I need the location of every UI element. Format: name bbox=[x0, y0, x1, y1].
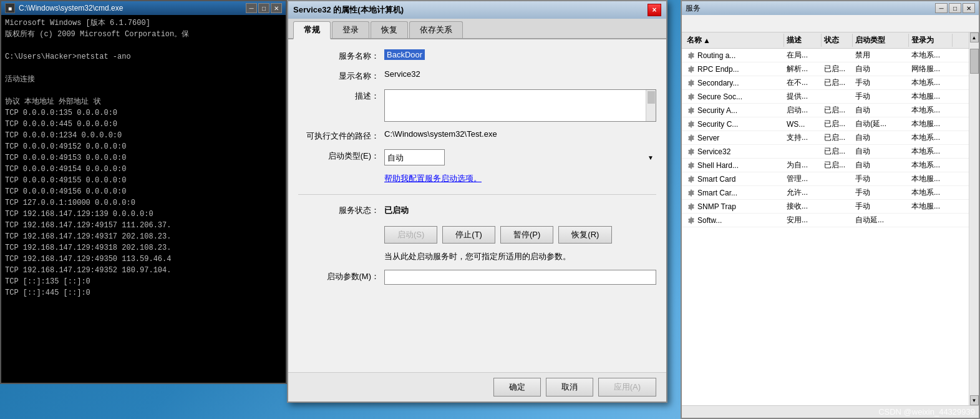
cmd-line-blank1 bbox=[5, 40, 282, 51]
col-startup[interactable]: 启动类型 bbox=[853, 34, 909, 47]
service-row[interactable]: Shell Hard... 为自... 已启... 自动 本地系... bbox=[682, 159, 969, 172]
service-name-row: 服务名称： BackDoor bbox=[298, 49, 656, 62]
service-cell-desc: WS... bbox=[784, 119, 822, 129]
service-status-label: 服务状态： bbox=[298, 205, 379, 216]
service-cell-desc: 安用... bbox=[784, 214, 822, 226]
dialog-close-btn[interactable]: × bbox=[648, 4, 661, 16]
tab-recovery[interactable]: 恢复 bbox=[371, 21, 408, 38]
service-row[interactable]: RPC Endp... 解析... 已启... 自动 网络服... bbox=[682, 62, 969, 76]
services-main: 名称 ▲ 描述 状态 启动类型 登录为 bbox=[682, 32, 969, 405]
service-row[interactable]: Secure Soc... 提供... 手动 本地服... bbox=[682, 90, 969, 104]
dialog-body: 服务名称： BackDoor 显示名称： Service32 描述： bbox=[288, 39, 666, 372]
dialog-tabs: 常规 登录 恢复 依存关系 bbox=[288, 19, 666, 39]
service-cell-name: Security C... bbox=[684, 119, 784, 129]
scroll-down-btn[interactable]: ▼ bbox=[970, 395, 979, 405]
service-cell-logon: 本地系... bbox=[909, 77, 953, 89]
service-cell-name: Secondary... bbox=[684, 78, 784, 88]
service-cell-logon: 本地服... bbox=[909, 118, 953, 130]
service-cell-logon: 本地系... bbox=[909, 159, 953, 171]
cmd-line-blank3 bbox=[5, 85, 282, 96]
select-arrow-icon: ▼ bbox=[648, 154, 654, 161]
service-cell-desc: 支持... bbox=[784, 132, 822, 144]
cmd-minimize-btn[interactable]: ─ bbox=[246, 3, 257, 13]
scroll-up-btn[interactable]: ▲ bbox=[970, 32, 979, 42]
description-scrollbar[interactable] bbox=[646, 90, 656, 121]
service-row[interactable]: Smart Car... 允许... 手动 本地系... bbox=[682, 186, 969, 200]
cmd-row-4: TCP 0.0.0.0:49152 0.0.0.0:0 bbox=[5, 141, 282, 152]
services-close-btn[interactable]: ✕ bbox=[963, 3, 975, 13]
description-scrollbar-thumb bbox=[648, 91, 655, 104]
services-window: 服务 ─ □ ✕ 名称 ▲ 描述 bbox=[681, 0, 980, 419]
service-row[interactable]: SNMP Trap 接收... 手动 本地服... bbox=[682, 200, 969, 214]
ok-button[interactable]: 确定 bbox=[493, 378, 541, 397]
stop-button[interactable]: 停止(T) bbox=[442, 226, 495, 244]
service-cell-startup: 自动延... bbox=[853, 214, 909, 226]
service-cell-status bbox=[822, 220, 853, 221]
description-input[interactable] bbox=[385, 90, 646, 121]
action-buttons-spacer bbox=[298, 224, 379, 225]
service-cell-startup: 手动 bbox=[853, 200, 909, 212]
col-name-label: 名称 bbox=[687, 35, 702, 46]
service-cell-startup: 手动 bbox=[853, 173, 909, 185]
startup-type-select[interactable]: 自动 手动 禁用 自动(延迟启动) bbox=[384, 149, 445, 165]
col-startup-label: 启动类型 bbox=[855, 35, 885, 46]
service-cell-name: RPC Endp... bbox=[684, 64, 784, 74]
cmd-maximize-btn[interactable]: □ bbox=[258, 3, 269, 13]
service-row[interactable]: Server 支持... 已启... 自动 本地系... bbox=[682, 131, 969, 145]
service-cell-status: 已启... bbox=[822, 159, 853, 171]
help-link-spacer bbox=[298, 173, 379, 174]
service-cell-status: 已启... bbox=[822, 104, 853, 116]
service-cell-name: SNMP Trap bbox=[684, 202, 784, 212]
pause-button[interactable]: 暂停(P) bbox=[500, 226, 553, 244]
scroll-thumb[interactable] bbox=[970, 49, 979, 74]
tab-general[interactable]: 常规 bbox=[293, 21, 331, 39]
col-logon[interactable]: 登录为 bbox=[909, 34, 953, 47]
cmd-row-15: TCP 192.168.147.129:49352 180.97.104. bbox=[5, 265, 282, 276]
service-cell-startup: 自动 bbox=[853, 159, 909, 171]
service-row[interactable]: Routing a... 在局... 禁用 本地系... bbox=[682, 49, 969, 62]
cmd-close-btn[interactable]: ✕ bbox=[271, 3, 282, 13]
service-cell-desc: 启动... bbox=[784, 104, 822, 116]
gear-icon bbox=[687, 106, 696, 115]
service-row[interactable]: Softw... 安用... 自动延... bbox=[682, 214, 969, 227]
service-row[interactable]: Smart Card 管理... 手动 本地服... bbox=[682, 172, 969, 186]
service-row[interactable]: Service32 已启... 自动 本地系... bbox=[682, 145, 969, 159]
services-maximize-btn[interactable]: □ bbox=[949, 3, 961, 13]
service-cell-name: Smart Car... bbox=[684, 188, 784, 198]
service-cell-startup: 手动 bbox=[853, 91, 909, 102]
help-link[interactable]: 帮助我配置服务启动选项。 bbox=[384, 173, 482, 184]
col-status[interactable]: 状态 bbox=[822, 34, 853, 47]
services-title: 服务 bbox=[686, 3, 931, 14]
service-status-value: 已启动 bbox=[384, 205, 409, 216]
gear-icon bbox=[687, 161, 696, 170]
cancel-button[interactable]: 取消 bbox=[546, 378, 593, 397]
tab-logon[interactable]: 登录 bbox=[332, 21, 369, 38]
apply-button[interactable]: 应用(A) bbox=[598, 378, 656, 397]
services-minimize-btn[interactable]: ─ bbox=[935, 3, 948, 13]
action-buttons: 启动(S) 停止(T) 暂停(P) 恢复(R) bbox=[384, 226, 612, 244]
separator1 bbox=[298, 194, 656, 195]
col-logon-label: 登录为 bbox=[911, 35, 934, 46]
start-button[interactable]: 启动(S) bbox=[384, 226, 437, 244]
gear-icon bbox=[687, 79, 696, 87]
services-scrollbar[interactable]: ▲ ▼ bbox=[969, 32, 979, 405]
service-cell-desc: 在不... bbox=[784, 77, 822, 89]
service-cell-status: 已启... bbox=[822, 63, 853, 75]
param-input[interactable] bbox=[384, 270, 656, 285]
resume-button[interactable]: 恢复(R) bbox=[558, 226, 612, 244]
service-row[interactable]: Security C... WS... 已启... 自动(延... 本地服... bbox=[682, 117, 969, 131]
cmd-row-17: TCP [::]:445 [::]:0 bbox=[5, 287, 282, 298]
service-cell-name: Server bbox=[684, 133, 784, 143]
col-name[interactable]: 名称 ▲ bbox=[684, 34, 784, 47]
cmd-row-16: TCP [::]:135 [::]:0 bbox=[5, 276, 282, 287]
service-cell-status: 已启... bbox=[822, 132, 853, 144]
service-cell-status: 已启... bbox=[822, 118, 853, 130]
col-desc[interactable]: 描述 bbox=[784, 34, 822, 47]
service-row[interactable]: Secondary... 在不... 已启... 手动 本地系... bbox=[682, 76, 969, 90]
service-cell-status bbox=[822, 206, 853, 207]
col-desc-label: 描述 bbox=[787, 35, 802, 46]
tab-dependencies[interactable]: 依存关系 bbox=[409, 21, 463, 38]
services-toolbar bbox=[682, 15, 979, 32]
service-cell-desc bbox=[784, 151, 822, 152]
service-row[interactable]: Security A... 启动... 已启... 自动 本地系... bbox=[682, 104, 969, 117]
